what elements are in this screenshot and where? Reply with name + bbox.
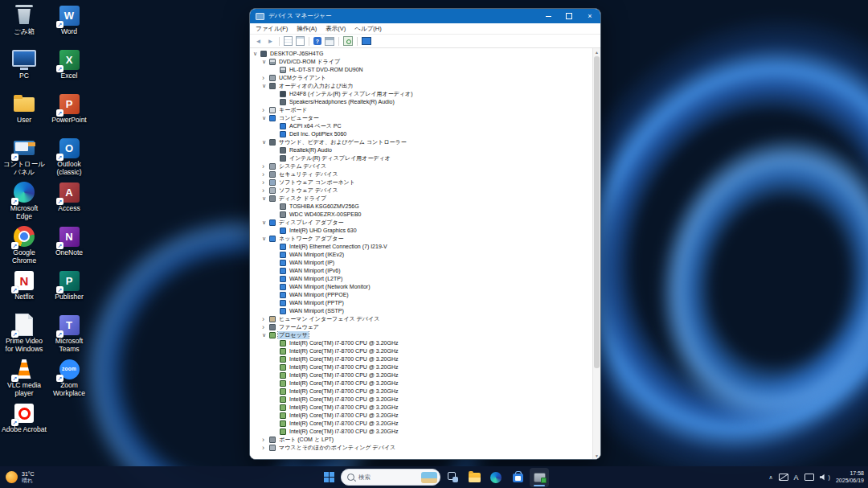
tree-node[interactable]: ファームウェア	[250, 323, 593, 331]
expander-icon[interactable]	[262, 162, 269, 170]
tree-node[interactable]: Intel(R) Core(TM) i7-8700 CPU @ 3.20GHz	[250, 371, 593, 379]
expander-icon[interactable]	[262, 331, 269, 339]
minimize-icon[interactable]	[538, 9, 559, 23]
tree-node[interactable]: システム デバイス	[250, 162, 593, 170]
menu-item[interactable]: ヘルプ(H)	[354, 25, 381, 33]
clock[interactable]: 17:58 2025/06/19	[836, 470, 864, 484]
tree-node[interactable]: キーボード	[250, 106, 593, 114]
expander-icon[interactable]	[262, 106, 269, 114]
tree-node[interactable]: プロセッサ	[250, 331, 593, 339]
device-manager-icon[interactable]	[530, 468, 549, 487]
expander-icon[interactable]	[262, 315, 269, 323]
desktop-shortcut[interactable]: ↗ Adobe Acrobat	[2, 401, 47, 445]
tree-node[interactable]: Intel(R) Ethernet Connection (7) I219-V	[250, 243, 593, 251]
tree-node[interactable]: WAN Miniport (PPPOE)	[250, 291, 593, 299]
desktop-shortcut[interactable]: ↗ Microsoft Edge	[2, 180, 47, 224]
tree-node[interactable]: ソフトウェア コンポーネント	[250, 178, 593, 187]
tree-node[interactable]: WAN Miniport (SSTP)	[250, 307, 593, 315]
tree-node[interactable]: WAN Miniport (IP)	[250, 259, 593, 267]
tree-node[interactable]: WAN Miniport (IPv6)	[250, 267, 593, 275]
title-bar[interactable]: デバイス マネージャー ×	[250, 9, 600, 23]
tree-node[interactable]: UCMクライアント	[250, 74, 593, 82]
scroll-up-icon[interactable]: ▲	[593, 48, 600, 55]
separator[interactable]	[309, 37, 309, 46]
tree-node[interactable]: インテル(R) ディスプレイ用オーディオ	[250, 154, 593, 162]
separator[interactable]	[338, 37, 339, 46]
tree-node[interactable]: HL-DT-ST DVD-ROM DU90N	[250, 66, 593, 74]
desktop-shortcut[interactable]: ↗ ごみ箱	[2, 3, 47, 47]
desktop-shortcut[interactable]: ↗ コントロール パネル	[2, 136, 47, 180]
help-icon[interactable]: ?	[313, 37, 321, 45]
tree-node[interactable]: ソフトウェア デバイス	[250, 187, 593, 195]
tree-node[interactable]: Intel(R) Core(TM) i7-8700 CPU @ 3.20GHz	[250, 363, 593, 371]
tree-node[interactable]: オーディオの入力および出力	[250, 82, 593, 90]
expander-icon[interactable]	[262, 323, 269, 331]
expander-icon[interactable]	[262, 114, 269, 122]
tree-node[interactable]: Intel(R) Core(TM) i7-8700 CPU @ 3.20GHz	[250, 347, 593, 355]
expander-icon[interactable]	[262, 219, 269, 227]
desktop-shortcut[interactable]: ↗ User	[2, 92, 47, 136]
tray-chevron-icon[interactable]: ∧	[768, 474, 772, 481]
expander-icon[interactable]	[262, 195, 269, 203]
separator[interactable]	[279, 37, 280, 46]
desktop-shortcut[interactable]: N ↗ OneNote	[47, 224, 92, 269]
separator[interactable]	[357, 37, 358, 46]
tree-node[interactable]: Intel(R) Core(TM) i7-8700 CPU @ 3.20GHz	[250, 428, 593, 436]
expander-icon[interactable]	[262, 58, 269, 66]
vertical-scrollbar[interactable]: ▲ ▼	[592, 48, 600, 459]
legacy-hardware-icon[interactable]	[362, 37, 371, 45]
volume-icon[interactable]	[820, 474, 830, 481]
desktop-shortcut[interactable]: P ↗ Publisher	[47, 269, 92, 313]
tree-node[interactable]: マウスとそのほかのポインティング デバイス	[250, 444, 593, 452]
tree-node[interactable]: Intel(R) Core(TM) i7-8700 CPU @ 3.20GHz	[250, 420, 593, 428]
desktop-shortcut[interactable]: ↗ PC	[2, 47, 47, 92]
tree-node[interactable]: Intel(R) Core(TM) i7-8700 CPU @ 3.20GHz	[250, 404, 593, 412]
tree-node[interactable]: TOSHIBA KSG60ZMV256G	[250, 203, 593, 211]
tree-node[interactable]: セキュリティ デバイス	[250, 170, 593, 178]
tree-node[interactable]: Intel(R) Core(TM) i7-8700 CPU @ 3.20GHz	[250, 355, 593, 363]
tree-node[interactable]: DESKTOP-J6SH4TG	[250, 50, 593, 58]
desktop-shortcut[interactable]: N ↗ Netflix	[2, 269, 47, 313]
tree-node[interactable]: Realtek(R) Audio	[250, 146, 593, 154]
tree-node[interactable]: Intel(R) Core(TM) i7-8700 CPU @ 3.20GHz	[250, 388, 593, 396]
maximize-icon[interactable]	[559, 9, 579, 23]
ime-mode-icon[interactable]: A	[794, 474, 799, 482]
touch-keyboard-icon[interactable]	[805, 474, 814, 481]
desktop-shortcut[interactable]: A ↗ Access	[47, 180, 92, 224]
back-icon[interactable]	[254, 37, 263, 46]
tree-node[interactable]: H24F8 (インテル(R) ディスプレイ用オーディオ)	[250, 90, 593, 98]
desktop-shortcut[interactable]: W ↗ Word	[47, 3, 92, 47]
desktop-shortcut[interactable]: O ↗ Outlook (classic)	[47, 136, 92, 180]
tree-node[interactable]: WAN Miniport (PPTP)	[250, 299, 593, 307]
tree-node[interactable]: Intel(R) Core(TM) i7-8700 CPU @ 3.20GHz	[250, 396, 593, 404]
scroll-down-icon[interactable]: ▼	[593, 452, 600, 459]
forward-icon[interactable]	[266, 37, 275, 46]
properties-icon[interactable]	[296, 36, 305, 46]
tree-node[interactable]: ヒューマン インターフェイス デバイス	[250, 315, 593, 323]
devices-by-type-icon[interactable]	[325, 37, 334, 46]
edge-icon[interactable]	[486, 468, 506, 487]
widgets-button[interactable]: 31°C 晴れ	[6, 466, 35, 488]
menu-item[interactable]: ファイル(F)	[256, 25, 288, 33]
expander-icon[interactable]	[262, 187, 269, 195]
tree-node[interactable]: Intel(R) Core(TM) i7-8700 CPU @ 3.20GHz	[250, 339, 593, 347]
close-icon[interactable]: ×	[579, 9, 600, 23]
microsoft-store-icon[interactable]	[508, 468, 527, 487]
tree-node[interactable]: ネットワーク アダプター	[250, 235, 593, 243]
expander-icon[interactable]	[262, 444, 269, 452]
tree-node[interactable]: ポート (COM と LPT)	[250, 436, 593, 444]
search-box[interactable]: 検索	[341, 469, 440, 486]
tree-node[interactable]: ACPI x64 ベース PC	[250, 122, 593, 130]
tree-node[interactable]: WDC WD40EZRX-00SPEB0	[250, 211, 593, 219]
scrollbar-thumb[interactable]	[594, 56, 600, 368]
expander-icon[interactable]	[262, 178, 269, 187]
tree-node[interactable]: ディスプレイ アダプター	[250, 219, 593, 227]
tree-node[interactable]: ディスク ドライブ	[250, 195, 593, 203]
menu-item[interactable]: 表示(V)	[326, 25, 346, 33]
network-icon[interactable]	[779, 474, 788, 481]
tree-node[interactable]: WAN Miniport (L2TP)	[250, 275, 593, 283]
expander-icon[interactable]	[253, 50, 260, 58]
desktop-shortcut[interactable]: X ↗ Excel	[47, 47, 92, 92]
start-button[interactable]	[319, 468, 338, 487]
file-explorer-icon[interactable]	[465, 468, 484, 487]
